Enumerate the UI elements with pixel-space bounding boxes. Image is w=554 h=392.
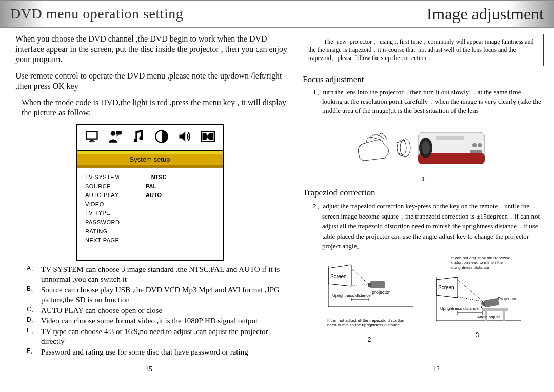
focus-heading: Focus adjustment xyxy=(303,74,544,85)
diagram-2: Screen projector Uprightness distance If… xyxy=(323,256,416,343)
focus-note: 1、turn the lens into the projector，then … xyxy=(303,88,544,116)
figure-3-label: 3 xyxy=(431,331,523,339)
intro-box: The new projector， using it first time，c… xyxy=(303,34,544,66)
svg-line-41 xyxy=(458,280,483,302)
trapezoid-note: 2、adjust the trapeziod correction key-pr… xyxy=(303,201,544,251)
note-item: A、TV SYSTEM can choose 3 image standard … xyxy=(27,265,287,285)
intro-box-text: The new projector， using it first time，c… xyxy=(308,38,536,62)
monitor-icon xyxy=(85,129,99,146)
speech-person-icon xyxy=(108,129,122,146)
svg-rect-36 xyxy=(484,298,499,308)
osd-icon-row xyxy=(77,125,223,151)
osd-row: TV TYPE xyxy=(85,209,214,218)
note-item: C、AUTO PLAY can choose open or close xyxy=(27,306,287,316)
svg-rect-1 xyxy=(87,132,96,139)
d2-upright-label: Uprightness distance xyxy=(332,293,371,298)
notes-list: A、TV SYSTEM can choose 3 image standard … xyxy=(15,265,287,358)
svg-line-29 xyxy=(351,285,369,285)
header-left-title: DVD menu operation setting xyxy=(10,6,183,22)
svg-point-18 xyxy=(478,143,482,147)
osd-menu-list: TV SYSTEM----NTSC SOURCEPAL AUTO PLAYAUT… xyxy=(77,168,223,260)
d2-proj-label: projector xyxy=(372,290,390,295)
intro-p2: Use remote control to operate the DVD me… xyxy=(15,71,287,91)
page-number-left: 15 xyxy=(145,365,152,374)
page-number-right: 12 xyxy=(432,365,440,374)
figure-2-label: 2 xyxy=(323,336,416,343)
svg-line-28 xyxy=(351,268,369,285)
svg-line-42 xyxy=(458,297,483,302)
svg-rect-3 xyxy=(89,141,95,142)
figure-1-label: 1 xyxy=(303,175,544,183)
svg-rect-23 xyxy=(370,281,385,288)
osd-row: VIDEO xyxy=(85,200,214,209)
osd-tab-label: System setup xyxy=(77,151,223,168)
note-item: F、Password and rating use for some disc … xyxy=(27,347,287,358)
svg-rect-33 xyxy=(482,308,508,311)
projector-illustration xyxy=(303,120,544,171)
osd-row: PASSWORD xyxy=(85,218,214,227)
note-item: D、Video can choose some format video ,it… xyxy=(27,316,287,326)
svg-rect-16 xyxy=(436,136,464,140)
dolby-icon xyxy=(201,129,215,146)
osd-row: AUTO PLAYAUTO xyxy=(85,191,214,200)
trapezoid-heading: Trapeziod correction xyxy=(303,188,544,198)
d3-screen-label: Screen xyxy=(438,285,454,290)
left-column: When you choose the DVD channel ,the DVD… xyxy=(15,34,287,377)
header-right-title: Image adjustment xyxy=(427,5,544,24)
d3-upright-label: Uprightness distance xyxy=(440,306,479,311)
intro-p1: When you choose the DVD channel ,the DVD… xyxy=(15,34,287,65)
page-header: DVD menu operation setting Image adjustm… xyxy=(0,0,554,28)
diagram-3-svg: Screen Projector Angle adjust xyxy=(431,272,523,328)
note-item: E、TV type can choose 4:3 or 16:9,no need… xyxy=(27,327,287,347)
music-note-icon xyxy=(131,129,145,146)
svg-rect-5 xyxy=(116,131,122,135)
intro-p3: When the mode code is DVD,the light is r… xyxy=(15,97,287,118)
diagram-3: If can not adjust all the trapezoid dist… xyxy=(431,256,523,343)
hand-projector-svg xyxy=(357,120,490,171)
osd-row: SOURCEPAL xyxy=(85,182,214,191)
osd-row: NEXT PAGE xyxy=(85,236,214,245)
osd-row: TV SYSTEM----NTSC xyxy=(85,173,214,182)
trapezoid-diagrams: Screen projector Uprightness distance If… xyxy=(303,256,544,343)
contrast-circle-icon xyxy=(154,129,169,146)
diagram-2-svg: Screen projector Uprightness distance xyxy=(323,256,416,317)
d3-proj-label: Projector xyxy=(498,296,516,301)
osd-row: RATING xyxy=(85,227,214,237)
d3-angle-label: Angle adjust xyxy=(477,315,500,319)
right-column: The new projector， using it first time，c… xyxy=(303,34,544,377)
intro-block: When you choose the DVD channel ,the DVD… xyxy=(15,34,287,118)
svg-rect-2 xyxy=(90,140,93,141)
svg-point-17 xyxy=(472,143,477,147)
svg-point-4 xyxy=(111,131,115,136)
svg-point-15 xyxy=(422,141,430,154)
d3-caption: If can not adjust all the trapezoid dist… xyxy=(431,256,523,272)
speaker-icon xyxy=(177,129,192,146)
osd-screenshot: System setup TV SYSTEM----NTSC SOURCEPAL… xyxy=(76,124,224,261)
svg-rect-19 xyxy=(470,150,482,153)
d2-screen-label: Screen xyxy=(330,273,347,279)
note-item: B、Source can choose play USB ,the DVD VC… xyxy=(27,285,287,305)
d2-caption: If can not adjust all the trapezoid dist… xyxy=(323,318,416,328)
page-content: When you choose the DVD channel ,the DVD… xyxy=(0,28,554,377)
svg-rect-35 xyxy=(503,311,505,321)
